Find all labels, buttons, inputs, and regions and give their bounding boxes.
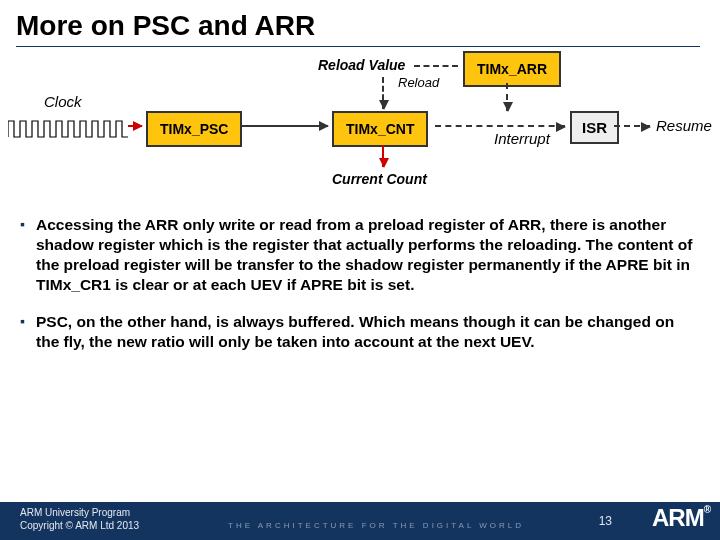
bullets-list: Accessing the ARR only write or read fro… — [0, 215, 720, 352]
footer-tagline: THE ARCHITECTURE FOR THE DIGITAL WORLD — [228, 521, 524, 530]
dash-arr-to-interrupt-icon — [506, 83, 508, 111]
timx-arr-box: TIMx_ARR — [463, 51, 561, 87]
dash-to-resume-icon — [614, 125, 650, 127]
interrupt-label: Interrupt — [494, 130, 550, 147]
page-number: 13 — [599, 514, 612, 528]
current-count-label: Current Count — [332, 171, 427, 187]
arrow-psc-to-cnt-icon — [240, 125, 328, 127]
arrow-clock-to-psc-icon — [128, 125, 142, 127]
diagram: Clock TIMx_PSC TIMx_CNT Reload Value Rel… — [0, 55, 720, 215]
isr-box: ISR — [570, 111, 619, 144]
timx-psc-box: TIMx_PSC — [146, 111, 242, 147]
arm-logo: ARM® — [652, 504, 710, 532]
arrow-cnt-down-icon — [382, 145, 384, 167]
timx-cnt-box: TIMx_CNT — [332, 111, 428, 147]
list-item: PSC, on the other hand, is always buffer… — [22, 312, 698, 352]
footer-line1: ARM University Program — [20, 507, 130, 518]
footer-credit: ARM University Program Copyright © ARM L… — [20, 506, 139, 532]
slide-title: More on PSC and ARR — [0, 0, 720, 46]
dash-arr-down-icon — [382, 77, 384, 109]
slide: More on PSC and ARR Clock TIMx_PSC TIMx_… — [0, 0, 720, 540]
reload-label: Reload — [398, 75, 439, 90]
footer-line2: Copyright © ARM Ltd 2013 — [20, 520, 139, 531]
reload-value-label: Reload Value — [318, 57, 405, 73]
clock-label: Clock — [44, 93, 82, 110]
list-item: Accessing the ARR only write or read fro… — [22, 215, 698, 296]
title-underline — [16, 46, 700, 47]
footer: ARM University Program Copyright © ARM L… — [0, 502, 720, 540]
dash-to-isr-icon — [435, 125, 565, 127]
clock-signal-icon — [8, 117, 133, 141]
resume-label: Resume — [656, 117, 712, 134]
dash-to-arr-icon — [414, 65, 458, 67]
